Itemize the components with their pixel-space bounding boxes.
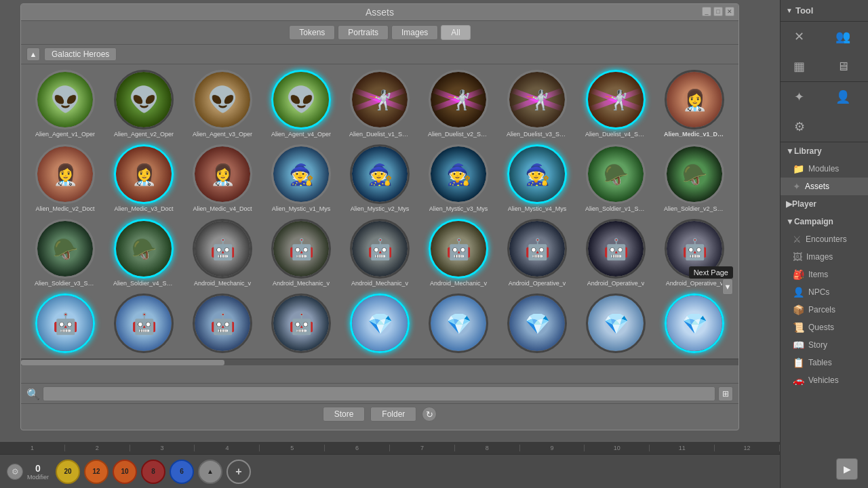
token-item[interactable]: 🪖 Alien_Soldier_v1_Sold <box>577 142 654 215</box>
sidebar-item-modules[interactable]: 📁 Modules <box>781 160 868 178</box>
refresh-button[interactable]: ↻ <box>422 407 437 422</box>
sidebar-section-campaign[interactable]: ▼ Campaign <box>781 213 868 230</box>
tables-icon: 📋 <box>793 357 804 368</box>
play-button[interactable]: ▶ <box>836 458 858 480</box>
tool-icon-move[interactable]: ✕ <box>781 22 818 52</box>
token-item[interactable]: 🤖 <box>184 291 261 357</box>
search-input[interactable] <box>43 386 715 401</box>
token-item[interactable]: 🤖 Android_Mechanic_v <box>341 216 418 289</box>
dice-d8-button[interactable]: 8 <box>141 460 165 484</box>
scroll-down-button[interactable]: ▼ <box>722 279 733 295</box>
dice-d10-button[interactable]: 10 <box>113 460 137 484</box>
sidebar-item-encounters[interactable]: ⚔ Encounters <box>781 230 868 248</box>
token-item[interactable]: 💎 <box>577 291 654 357</box>
token-item[interactable]: 🤺 Alien_Duelist_v4_Sold <box>577 67 654 140</box>
token-item[interactable]: 👽 Alien_Agent_v4_Oper <box>262 67 340 140</box>
sidebar-item-npcs[interactable]: 👤 NPCs <box>781 283 868 301</box>
token-item[interactable]: 🤺 Alien_Duelist_v1_Sold <box>341 67 418 140</box>
sidebar-tool-icons-row1: ✕ 👥 ▦ 🖥 <box>781 22 868 82</box>
token-item[interactable]: 🧙 Alien_Mystic_v4_Mys <box>498 142 576 215</box>
token-item[interactable]: 💎 <box>341 291 418 357</box>
token-item[interactable]: 🤺 Alien_Duelist_v2_Sold <box>420 67 497 140</box>
token-item[interactable]: 🤖 Android_Mechanic_v <box>262 216 340 289</box>
tool-icon-crosshair[interactable]: ✦ <box>781 82 818 112</box>
tool-icon-user-edit[interactable]: 👤 <box>825 82 862 112</box>
token-item[interactable]: 🤖 <box>262 291 340 357</box>
sidebar-item-tables-label: Tables <box>808 358 832 367</box>
token-item[interactable]: 🤺 Alien_Duelist_v3_Sold <box>498 67 576 140</box>
sidebar-item-images[interactable]: 🖼 Images <box>781 248 868 266</box>
sidebar-item-vehicles[interactable]: 🚗 Vehicles <box>781 371 868 389</box>
breadcrumb-label[interactable]: Galactic Heroes <box>44 47 117 61</box>
grid-toggle-button[interactable]: ⊞ <box>718 386 733 401</box>
token-item[interactable]: 👽 Alien_Agent_v1_Oper <box>26 67 104 140</box>
settings-button[interactable]: ⚙ <box>7 464 23 480</box>
token-item[interactable]: 💎 <box>656 291 733 357</box>
token-circle: 🪖 <box>665 144 724 204</box>
token-item[interactable]: 🧙 Alien_Mystic_v1_Mys <box>262 142 340 215</box>
sidebar-item-story[interactable]: 📖 Story <box>781 336 868 354</box>
token-face: 👽 <box>273 72 329 127</box>
token-item[interactable]: 🤖 Android_Operative_v <box>498 216 576 289</box>
quests-icon: 📜 <box>793 322 804 333</box>
breadcrumb-up-button[interactable]: ▲ <box>26 47 40 61</box>
store-button[interactable]: Store <box>323 407 366 422</box>
folder-button[interactable]: Folder <box>370 407 416 422</box>
sidebar-item-parcels[interactable]: 📦 Parcels <box>781 301 868 319</box>
dice-d12-button[interactable]: 12 <box>84 460 108 484</box>
sidebar-tool-icons-row2: ✦ 👤 ⚙ <box>781 82 868 142</box>
token-item[interactable]: 🪖 Alien_Soldier_v4_Sold <box>105 216 182 289</box>
token-item[interactable]: 👩‍⚕️ Alien_Medic_v1_Doct <box>656 67 733 140</box>
token-item[interactable]: 👩‍⚕️ Alien_Medic_v4_Doct <box>184 142 261 215</box>
token-item[interactable]: 🤖 <box>26 291 104 357</box>
token-item[interactable]: 🤖 Android_Operative_v <box>656 216 733 289</box>
minimize-button[interactable]: _ <box>702 7 711 16</box>
token-item[interactable]: 🤖 Android_Operative_v <box>577 216 654 289</box>
scrollbar-thumb[interactable] <box>21 360 224 365</box>
token-item[interactable]: 🧙 Alien_Mystic_v2_Mys <box>341 142 418 215</box>
token-item[interactable]: 👽 Alien_Agent_v2_Oper <box>105 67 182 140</box>
filter-all[interactable]: All <box>441 25 470 40</box>
token-face: 🤖 <box>116 296 172 351</box>
dice-pyramid-button[interactable]: ▲ <box>198 460 222 484</box>
token-item[interactable]: 🪖 Alien_Soldier_v2_Sold <box>656 142 733 215</box>
token-item[interactable]: 🤖 Android_Mechanic_v <box>184 216 261 289</box>
horizontal-scrollbar[interactable] <box>21 359 738 365</box>
tool-icon-users[interactable]: 👥 <box>825 22 862 52</box>
token-face: 🤖 <box>195 221 250 277</box>
close-button[interactable]: ✕ <box>725 7 734 16</box>
dice-d6-button[interactable]: 6 <box>170 460 194 484</box>
tool-icon-grid[interactable]: ▦ <box>781 52 818 81</box>
token-item[interactable]: 👩‍⚕️ Alien_Medic_v2_Doct <box>26 142 104 215</box>
sidebar-item-quests[interactable]: 📜 Quests <box>781 319 868 336</box>
sidebar-item-modules-label: Modules <box>808 164 839 174</box>
sidebar-item-assets[interactable]: ✦ Assets <box>781 178 868 195</box>
num-marker-10: 10 <box>585 445 650 451</box>
story-icon: 📖 <box>793 340 804 350</box>
parcels-icon: 📦 <box>793 304 804 315</box>
token-label: Alien_Agent_v1_Oper <box>35 131 95 138</box>
sidebar-item-tables[interactable]: 📋 Tables <box>781 354 868 371</box>
num-marker-9: 9 <box>520 445 585 451</box>
token-item[interactable]: 🤖 Android_Mechanic_v <box>420 216 497 289</box>
token-item[interactable]: 💎 <box>498 291 576 357</box>
dice-d20-button[interactable]: 20 <box>56 460 80 484</box>
token-item[interactable]: 👽 Alien_Agent_v3_Oper <box>184 67 261 140</box>
tool-icon-settings[interactable]: ⚙ <box>781 112 818 142</box>
dice-add-button[interactable]: + <box>226 460 251 484</box>
sidebar-item-items[interactable]: 🎒 Items <box>781 266 868 283</box>
token-grid-container[interactable]: 👽 Alien_Agent_v1_Oper 👽 Alien_Agent_v2_O… <box>21 64 738 376</box>
token-item[interactable]: 🧙 Alien_Mystic_v3_Mys <box>420 142 497 215</box>
campaign-triangle: ▼ <box>786 217 794 226</box>
filter-images[interactable]: Images <box>391 25 438 40</box>
token-item[interactable]: 👩‍⚕️ Alien_Medic_v3_Doct <box>105 142 182 215</box>
filter-portraits[interactable]: Portraits <box>338 25 389 40</box>
filter-tokens[interactable]: Tokens <box>289 25 335 40</box>
token-item[interactable]: 🪖 Alien_Soldier_v3_Sold <box>26 216 104 289</box>
restore-button[interactable]: □ <box>713 7 723 16</box>
token-item[interactable]: 💎 <box>420 291 497 357</box>
token-item[interactable]: 🤖 <box>105 291 182 357</box>
sidebar-section-player[interactable]: ▶ Player <box>781 195 868 213</box>
tool-icon-screen[interactable]: 🖥 <box>825 52 862 81</box>
sidebar-section-library[interactable]: ▼ Library <box>781 142 868 160</box>
